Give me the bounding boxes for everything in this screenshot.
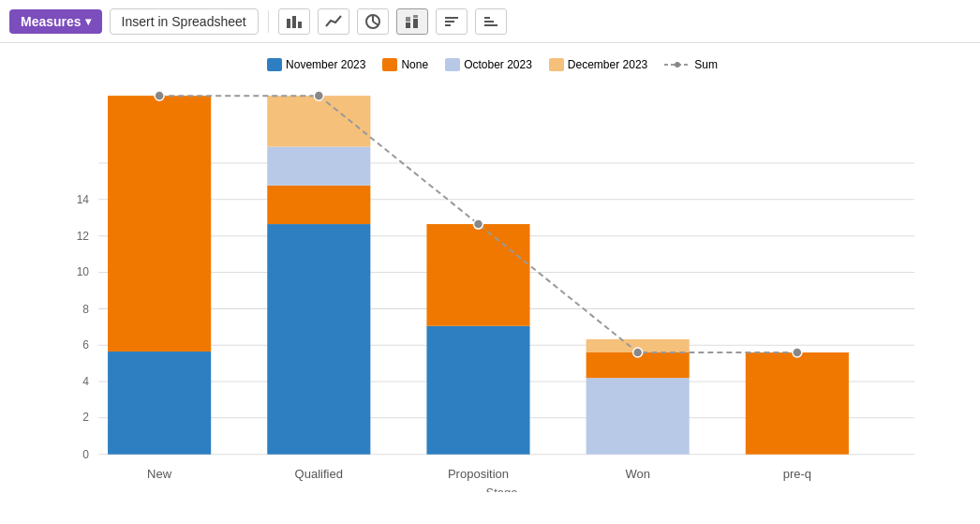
legend-item-november: November 2023 xyxy=(267,58,365,71)
svg-point-17 xyxy=(675,62,680,67)
october-swatch xyxy=(445,58,460,71)
stacked-chart-icon-button[interactable] xyxy=(396,8,428,35)
svg-text:4: 4 xyxy=(82,375,89,388)
pie-chart-icon-button[interactable] xyxy=(357,8,389,35)
bar-proposition-november xyxy=(426,326,529,455)
legend-label-december: December 2023 xyxy=(568,58,647,71)
main-chart: 0 2 4 6 8 10 12 14 xyxy=(52,77,933,492)
svg-text:8: 8 xyxy=(82,303,89,316)
svg-rect-7 xyxy=(406,17,410,22)
svg-text:10: 10 xyxy=(77,265,90,278)
toolbar: Measures Insert in Spreadsheet xyxy=(0,0,980,43)
legend: November 2023 None October 2023 December… xyxy=(52,52,933,77)
sort-desc-icon-button[interactable] xyxy=(475,8,507,35)
bar-new-none xyxy=(108,96,211,352)
bar-qualified-none xyxy=(267,186,370,224)
svg-line-5 xyxy=(373,22,379,25)
separator xyxy=(268,10,269,33)
line-chart-icon-button[interactable] xyxy=(318,8,349,35)
line-chart-icon xyxy=(325,13,342,30)
sum-dot-preq xyxy=(793,348,802,357)
svg-text:0: 0 xyxy=(82,448,89,461)
svg-rect-1 xyxy=(292,16,296,28)
svg-rect-8 xyxy=(413,19,418,28)
none-swatch xyxy=(382,58,397,71)
bar-won-october xyxy=(587,378,690,455)
bar-chart-icon-button[interactable] xyxy=(278,8,310,35)
svg-text:Stage: Stage xyxy=(486,486,518,492)
bar-chart-icon xyxy=(286,13,303,30)
insert-spreadsheet-button[interactable]: Insert in Spreadsheet xyxy=(110,8,259,35)
legend-item-sum: Sum xyxy=(664,58,718,71)
sort-asc-icon-button[interactable] xyxy=(436,8,468,35)
svg-rect-6 xyxy=(406,22,410,28)
svg-rect-0 xyxy=(287,19,290,28)
svg-text:Qualified: Qualified xyxy=(295,467,343,481)
legend-item-none: None xyxy=(382,58,428,71)
legend-label-none: None xyxy=(401,58,428,71)
legend-label-november: November 2023 xyxy=(286,58,365,71)
bar-qualified-october xyxy=(267,147,370,186)
bar-qualified-december xyxy=(267,96,370,146)
november-swatch xyxy=(267,58,282,71)
legend-item-december: December 2023 xyxy=(549,58,647,71)
pie-chart-icon xyxy=(364,13,381,30)
measures-button[interactable]: Measures xyxy=(9,9,102,34)
svg-text:12: 12 xyxy=(77,230,90,243)
legend-item-october: October 2023 xyxy=(445,58,532,71)
sort-asc-icon xyxy=(443,13,460,30)
svg-text:Proposition: Proposition xyxy=(448,467,509,481)
svg-text:6: 6 xyxy=(82,338,89,352)
svg-text:14: 14 xyxy=(77,193,90,206)
svg-text:New: New xyxy=(147,467,172,481)
sum-dot-won xyxy=(633,348,643,357)
sum-dot-proposition xyxy=(473,219,483,229)
svg-text:Won: Won xyxy=(625,467,650,481)
sum-line-icon xyxy=(664,60,690,69)
sort-desc-icon xyxy=(483,13,499,30)
bar-qualified-november xyxy=(267,224,370,455)
svg-rect-9 xyxy=(413,15,418,18)
sum-dot-qualified xyxy=(314,91,323,100)
sum-dot-new xyxy=(155,91,164,100)
legend-label-sum: Sum xyxy=(694,58,718,71)
svg-text:2: 2 xyxy=(82,411,89,424)
svg-text:pre-q: pre-q xyxy=(783,467,811,481)
legend-label-october: October 2023 xyxy=(464,58,532,71)
bar-proposition-none xyxy=(426,224,529,326)
stacked-chart-icon xyxy=(404,13,421,30)
december-swatch xyxy=(549,58,564,71)
svg-rect-2 xyxy=(298,22,302,28)
bar-preq-none xyxy=(746,352,849,455)
bar-new-november xyxy=(108,352,211,455)
chart-area: November 2023 None October 2023 December… xyxy=(0,43,980,524)
